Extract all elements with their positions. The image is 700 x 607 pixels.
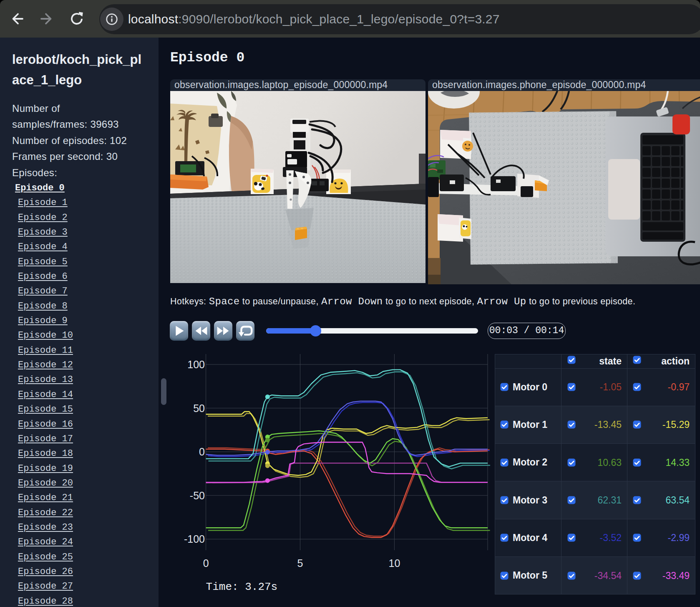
svg-text:5: 5 [297, 557, 303, 569]
svg-text:-100: -100 [184, 533, 205, 545]
svg-text:0: 0 [203, 557, 209, 569]
svg-text:Time: 3.27s: Time: 3.27s [206, 581, 278, 593]
svg-text:50: 50 [193, 402, 205, 414]
svg-text:-50: -50 [190, 490, 205, 501]
svg-text:10: 10 [388, 557, 400, 569]
svg-text:0: 0 [199, 446, 205, 458]
svg-text:100: 100 [187, 359, 205, 370]
